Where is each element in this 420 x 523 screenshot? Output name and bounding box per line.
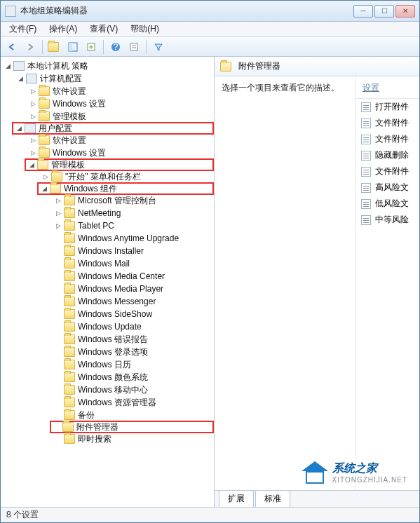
content-area: ◢本地计算机 策略 ◢计算机配置 ▷软件设置▷Windows 设置▷管理模板 ◢… xyxy=(1,57,419,507)
tree-item[interactable]: Windows 资源管理器 xyxy=(51,396,214,409)
tree-item[interactable]: Windows Anytime Upgrade xyxy=(51,232,214,245)
tree-item[interactable]: ▷"开始" 菜单和任务栏 xyxy=(39,170,214,183)
setting-item[interactable]: 文件附件 xyxy=(355,131,419,147)
tree-root[interactable]: ◢本地计算机 策略 xyxy=(1,60,214,72)
setting-item[interactable]: 文件附件 xyxy=(355,115,419,131)
setting-item[interactable]: 中等风险 xyxy=(355,212,419,228)
tree-item[interactable]: ▷软件设置 xyxy=(26,85,214,97)
settings-header[interactable]: 设置 xyxy=(355,76,419,99)
folder-icon xyxy=(39,99,50,109)
window-controls: ─ ☐ ✕ xyxy=(353,5,415,18)
folder-icon xyxy=(64,208,75,218)
up-button[interactable] xyxy=(46,39,63,55)
tree-item[interactable]: Windows Media Player xyxy=(51,283,214,295)
app-icon xyxy=(5,6,16,17)
tree-pane[interactable]: ◢本地计算机 策略 ◢计算机配置 ▷软件设置▷Windows 设置▷管理模板 ◢… xyxy=(1,57,215,507)
tree-item[interactable]: Windows Update xyxy=(51,320,214,333)
collapse-icon: ◢ xyxy=(40,184,48,193)
setting-item[interactable]: 隐藏删除 xyxy=(355,147,419,163)
tree-item[interactable]: 备份 xyxy=(51,409,214,421)
details-pane: 附件管理器 选择一个项目来查看它的描述。 设置 打开附件文件附件文件附件隐藏删除… xyxy=(215,57,419,507)
setting-icon xyxy=(361,151,371,161)
folder-icon xyxy=(64,233,75,243)
tree-item[interactable]: Windows SideShow xyxy=(51,308,214,320)
maximize-button[interactable]: ☐ xyxy=(374,5,394,18)
tab-standard[interactable]: 标准 xyxy=(255,490,290,507)
tree-admin-templates[interactable]: ◢管理模板 xyxy=(25,158,214,171)
tree-item[interactable]: ▷管理模板 xyxy=(26,110,214,123)
expand-icon xyxy=(53,423,61,431)
tree-item[interactable]: Windows Installer xyxy=(51,245,214,257)
folder-icon xyxy=(64,322,75,332)
folder-open-icon xyxy=(220,62,231,72)
expand-icon: ▷ xyxy=(54,196,62,205)
folder-icon xyxy=(51,172,62,182)
toolbar: ? xyxy=(1,37,419,57)
svg-text:?: ? xyxy=(114,42,118,52)
folder-open-icon xyxy=(50,184,61,193)
folder-icon xyxy=(64,334,75,344)
menu-help[interactable]: 帮助(H) xyxy=(125,22,165,36)
folder-icon xyxy=(62,422,74,432)
folder-icon xyxy=(64,221,75,231)
tree-item[interactable]: Windows 移动中心 xyxy=(51,383,214,396)
view-tabs: 扩展 标准 xyxy=(215,490,419,507)
menu-action[interactable]: 操作(A) xyxy=(43,22,83,36)
setting-item[interactable]: 打开附件 xyxy=(355,99,419,115)
show-tree-button[interactable] xyxy=(65,39,81,55)
properties-button[interactable] xyxy=(126,39,142,55)
tree-item[interactable]: Windows Media Center xyxy=(51,270,214,283)
tree-windows-components[interactable]: ◢Windows 组件 xyxy=(37,182,214,195)
tree-item[interactable]: Windows Mail xyxy=(51,257,214,270)
expand-icon xyxy=(54,272,62,280)
expand-icon: ▷ xyxy=(29,149,37,157)
setting-label: 文件附件 xyxy=(375,165,409,177)
setting-icon xyxy=(361,215,371,225)
tree-user-config[interactable]: ◢用户配置 xyxy=(12,122,214,135)
expand-icon xyxy=(54,386,62,394)
user-icon xyxy=(25,123,36,133)
tree-computer-config[interactable]: ◢计算机配置 xyxy=(13,72,214,85)
setting-item[interactable]: 低风险文 xyxy=(355,196,419,212)
expand-icon: ▷ xyxy=(54,209,62,217)
details-header: 附件管理器 xyxy=(215,57,419,76)
collapse-icon: ◢ xyxy=(16,74,25,83)
help-button[interactable]: ? xyxy=(107,39,124,55)
tree-item[interactable]: ▷NetMeeting xyxy=(51,207,214,219)
setting-item[interactable]: 文件附件 xyxy=(355,163,419,179)
settings-list: 打开附件文件附件文件附件隐藏删除文件附件高风险文低风险文中等风险 xyxy=(355,99,419,490)
tree-item[interactable]: ▷Windows 设置 xyxy=(26,97,214,110)
tree-item[interactable]: ▷软件设置 xyxy=(26,134,214,147)
expand-icon xyxy=(54,285,62,293)
setting-icon xyxy=(361,167,371,177)
folder-icon xyxy=(64,284,75,294)
tree-item[interactable]: Windows 日历 xyxy=(51,358,214,371)
tree-item[interactable]: 即时搜索 xyxy=(51,433,214,445)
tree-item[interactable]: 附件管理器 xyxy=(50,421,214,433)
folder-open-icon xyxy=(37,160,48,170)
forward-button[interactable] xyxy=(22,39,39,55)
close-button[interactable]: ✕ xyxy=(395,5,415,18)
tree-item[interactable]: ▷Tablet PC xyxy=(51,219,214,232)
folder-icon xyxy=(39,135,50,145)
menu-view[interactable]: 查看(V) xyxy=(84,22,123,36)
menubar: 文件(F) 操作(A) 查看(V) 帮助(H) xyxy=(1,22,419,37)
tree-item[interactable]: Windows 错误报告 xyxy=(51,333,214,346)
tree-item[interactable]: ▷Microsoft 管理控制台 xyxy=(51,194,214,207)
tree-item[interactable]: Windows Messenger xyxy=(51,295,214,308)
tree-item[interactable]: ▷Windows 设置 xyxy=(26,147,214,159)
export-button[interactable] xyxy=(83,39,100,55)
filter-button[interactable] xyxy=(150,39,167,55)
setting-item[interactable]: 高风险文 xyxy=(355,179,419,196)
expand-icon: ▷ xyxy=(54,222,62,230)
app-window: 本地组策略编辑器 ─ ☐ ✕ 文件(F) 操作(A) 查看(V) 帮助(H) ?… xyxy=(0,0,420,523)
menu-file[interactable]: 文件(F) xyxy=(4,22,42,36)
minimize-button[interactable]: ─ xyxy=(353,5,373,18)
folder-up-icon xyxy=(48,42,59,52)
back-button[interactable] xyxy=(4,39,20,55)
svg-rect-1 xyxy=(69,43,72,51)
tree-item[interactable]: Windows 颜色系统 xyxy=(51,371,214,383)
tree-item[interactable]: Windows 登录选项 xyxy=(51,346,214,358)
toolbar-separator xyxy=(42,40,43,54)
tab-extended[interactable]: 扩展 xyxy=(219,490,254,507)
